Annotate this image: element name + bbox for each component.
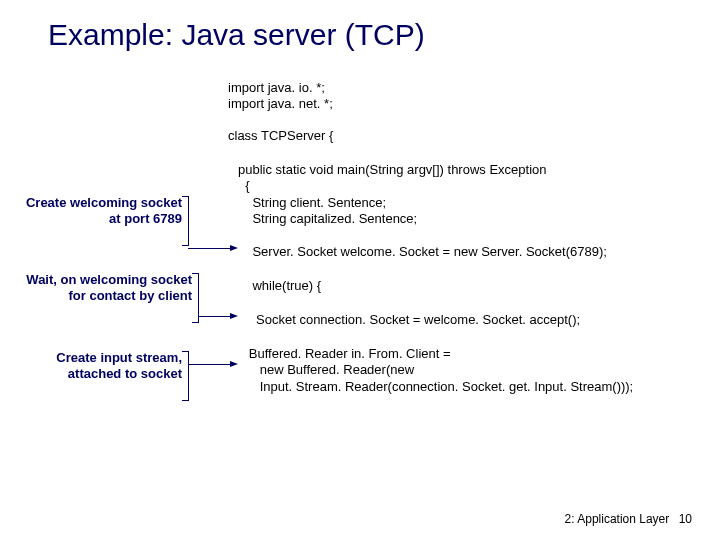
arrow-head-3	[230, 361, 238, 367]
footer-chapter: 2: Application Layer	[565, 512, 670, 526]
annotation-create-welcoming: Create welcoming socket at port 6789	[22, 195, 182, 228]
bracket-1	[182, 196, 189, 246]
arrow-head-1	[230, 245, 238, 251]
footer-page: 10	[679, 512, 692, 526]
code-whileloop: while(true) {	[238, 278, 321, 294]
code-accept: Socket connection. Socket = welcome. Soc…	[238, 312, 580, 328]
code-strings: String client. Sentence; String capitali…	[238, 195, 417, 228]
code-mainsig: public static void main(String argv[]) t…	[238, 162, 547, 195]
arrow-line-2	[198, 316, 232, 317]
slide-title: Example: Java server (TCP)	[48, 18, 425, 52]
arrow-head-2	[230, 313, 238, 319]
annotation-wait-welcoming: Wait, on welcoming socket for contact by…	[22, 272, 192, 305]
footer: 2: Application Layer 10	[565, 512, 692, 526]
code-classdecl: class TCPServer {	[228, 128, 333, 144]
code-imports: import java. io. *; import java. net. *;	[228, 80, 333, 113]
code-welcome: Server. Socket welcome. Socket = new Ser…	[238, 244, 607, 260]
arrow-line-3	[188, 364, 232, 365]
annotation-create-input: Create input stream, attached to socket	[42, 350, 182, 383]
code-buffered: Buffered. Reader in. From. Client = new …	[238, 346, 633, 395]
arrow-line-1	[188, 248, 232, 249]
bracket-3	[182, 351, 189, 401]
